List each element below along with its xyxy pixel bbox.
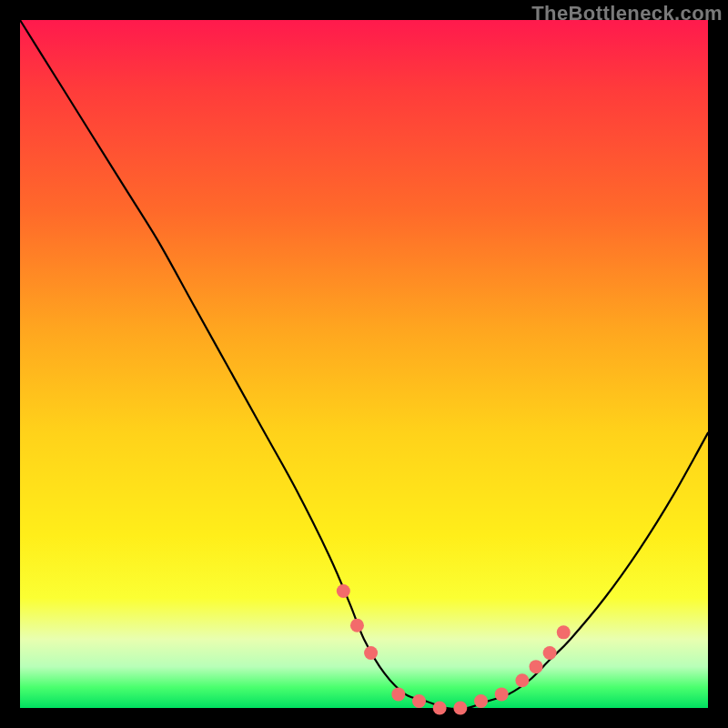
highlight-dot (474, 694, 488, 708)
highlight-dot (543, 646, 557, 660)
highlight-dot (530, 660, 543, 673)
highlight-dot (453, 702, 467, 715)
highlight-dot (337, 584, 350, 598)
highlight-dot (515, 673, 529, 687)
chart-frame: TheBottleneck.com (0, 0, 728, 728)
curve-svg (20, 20, 708, 708)
highlight-dot (495, 687, 509, 701)
highlight-dot (350, 619, 364, 632)
highlight-dots (337, 584, 571, 715)
plot-area (20, 20, 708, 708)
highlight-dot (412, 694, 426, 708)
highlight-dot (364, 646, 378, 660)
bottleneck-curve (20, 20, 708, 709)
highlight-dot (557, 625, 571, 639)
highlight-dot (391, 687, 405, 701)
highlight-dot (433, 702, 447, 715)
